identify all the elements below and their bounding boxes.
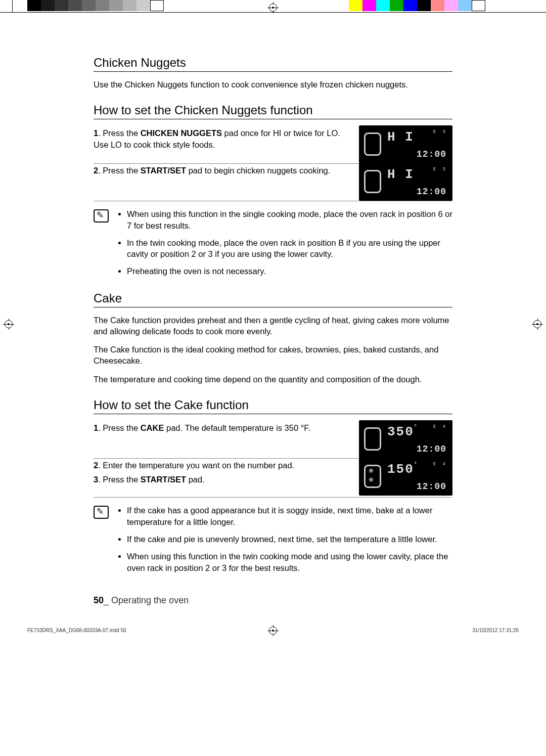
oven-display-panel: 150° E 4 12:00 [359, 458, 452, 496]
registration-mark-icon [532, 319, 543, 330]
display-main-reading: H I [387, 167, 414, 182]
registration-mark-icon [267, 2, 279, 13]
cavity-convection-icon [364, 465, 381, 488]
intro-chicken-nuggets: Use the Chicken Nuggets function to cook… [94, 79, 452, 90]
cake-para-3: The temperature and cooking time depend … [94, 374, 452, 385]
display-clock: 12:00 [417, 149, 446, 159]
cake-step-1-text: 1. Press the CAKE pad. The default tempe… [94, 421, 350, 446]
cavity-icon [364, 427, 381, 451]
note-icon [94, 506, 109, 519]
note-icon [94, 209, 109, 223]
display-main-reading: 350° [387, 424, 418, 439]
cake-para-2: The Cake function is the ideal cooking m… [94, 344, 452, 367]
step-1-text: 1. Press the CHICKEN NUGGETS pad once fo… [94, 126, 350, 162]
heading-chicken-nuggets: Chicken Nuggets [94, 56, 452, 72]
page-footer: 50_ Operating the oven [94, 595, 189, 606]
notes-chicken-nuggets: When using this function in the single c… [118, 208, 452, 277]
registration-mark-icon [267, 625, 279, 636]
display-clock: 12:00 [417, 444, 446, 454]
cake-step-2-3-text: 2. Enter the temperature you want on the… [94, 459, 350, 498]
cavity-icon [364, 132, 381, 156]
note-item: If the cake and pie is unevenly browned,… [127, 533, 452, 545]
display-main-reading: 150° [387, 462, 418, 477]
heading-cake: Cake [94, 291, 452, 307]
registration-mark-icon [3, 319, 14, 330]
note-item: In the twin cooking mode, place the oven… [127, 237, 452, 260]
display-e-tag: E 4 [433, 424, 447, 429]
note-item: When using this function in the single c… [127, 208, 452, 231]
note-item: Preheating the oven is not necessary. [127, 265, 452, 277]
display-e-tag: E 4 [433, 462, 447, 467]
oven-display-panel: H I E 3 12:00 [359, 125, 452, 163]
note-item: If the cake has a good appearance but it… [127, 505, 452, 527]
grayscale-swatches-icon [27, 0, 164, 11]
display-clock: 12:00 [417, 187, 446, 197]
display-main-reading: H I [387, 129, 414, 145]
display-e-tag: E 3 [433, 167, 447, 172]
display-clock: 12:00 [417, 481, 446, 492]
print-filename: FE710DRS_XAA_DG68-00333A-07.indd 50 [27, 628, 126, 633]
heading-set-chicken-nuggets: How to set the Chicken Nuggets function [94, 103, 452, 119]
note-item: When using this function in the twin coo… [127, 551, 452, 573]
cavity-icon [364, 170, 381, 193]
color-swatches-icon [349, 0, 485, 11]
notes-cake: If the cake has a good appearance but it… [118, 505, 452, 573]
cake-para-1: The Cake function provides preheat and t… [94, 315, 452, 337]
oven-display-panel: 350° E 4 12:00 [359, 420, 452, 458]
print-datetime: 31/10/2012 17:31:26 [472, 628, 519, 633]
step-2-text: 2. Press the START/SET pad to begin chic… [94, 164, 350, 188]
heading-set-cake: How to set the Cake function [94, 398, 452, 414]
display-e-tag: E 3 [433, 129, 447, 135]
oven-display-panel: H I E 3 12:00 [359, 163, 452, 201]
